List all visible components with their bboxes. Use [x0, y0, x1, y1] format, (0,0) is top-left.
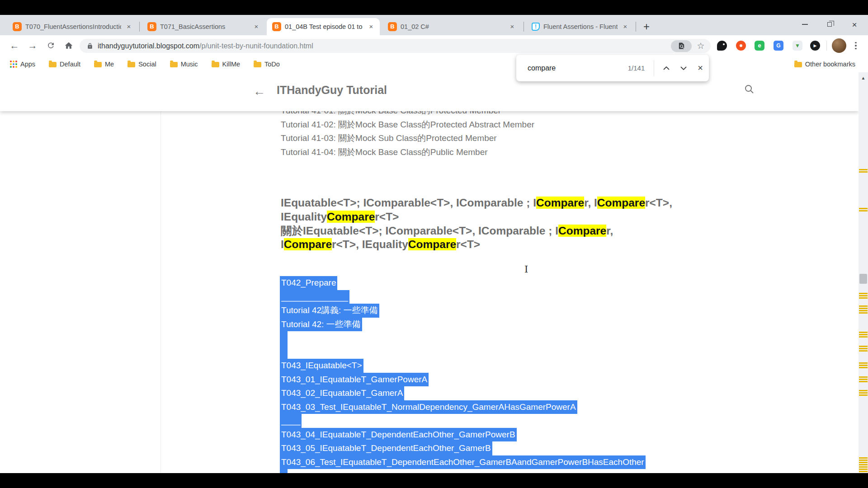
apps-grid-icon: [10, 61, 17, 68]
other-bookmarks[interactable]: Other bookmarks: [794, 56, 855, 72]
bookmark-folder-todo[interactable]: ToDo: [254, 61, 280, 68]
new-tab-button[interactable]: +: [640, 21, 653, 33]
window-minimize-button[interactable]: [794, 17, 815, 32]
green-down-arrow-icon: ▼: [793, 41, 802, 51]
tab-close-icon[interactable]: ×: [367, 23, 375, 31]
evernote-elephant-icon: e: [755, 41, 764, 51]
blogger-favicon: B: [13, 22, 22, 31]
page-title: ITHandyGuy Tutorial: [277, 84, 387, 97]
address-bar[interactable]: ithandyguytutorial.blogspot.com/p/unit-t…: [80, 39, 711, 53]
bookmark-folder-default[interactable]: Default: [49, 61, 80, 68]
tab-close-icon[interactable]: ×: [125, 23, 133, 31]
find-bar: 1/141 ×: [516, 55, 709, 81]
selected-line: Tutorial 42講義: 一些準備: [280, 304, 379, 318]
tab-01-02-csharp[interactable]: B 01_02 C# ×: [382, 18, 521, 35]
tab-title: T070_FluentAssertionsIntroductio: [25, 23, 121, 30]
window-close-button[interactable]: ×: [844, 17, 865, 32]
reload-icon[interactable]: [44, 39, 57, 52]
folder-icon: [170, 62, 178, 67]
tab-t071[interactable]: B T071_BasicAssertions ×: [142, 18, 265, 35]
extension-translate-icon[interactable]: G: [773, 40, 784, 52]
selected-line: T043_04_IEquatableT_DependentEachOther_G…: [280, 428, 517, 442]
letterbox-top: [0, 0, 868, 15]
screen: B T070_FluentAssertionsIntroductio × B T…: [0, 0, 868, 488]
tab-separator: [139, 22, 140, 32]
selected-line: Tutorial 42: 一些準備: [280, 318, 362, 332]
blogger-favicon: B: [272, 22, 281, 31]
window-restore-button[interactable]: [819, 17, 840, 32]
extension-fish-icon[interactable]: [716, 40, 728, 52]
restore-icon: [827, 22, 832, 27]
heading-line: IEquatable<T>; IComparable<T>, IComparab…: [281, 196, 672, 210]
selected-line: T043_05_IEquatableT_DependentEachOther_G…: [280, 441, 492, 455]
browser-menu-icon[interactable]: [852, 39, 860, 52]
minimize-icon: [802, 24, 808, 25]
bookmark-apps[interactable]: Apps: [10, 61, 35, 68]
bookmark-folder-music[interactable]: Music: [170, 61, 198, 68]
tab-fluent-assertions[interactable]: ! Fluent Assertions - Fluent Asserti ×: [526, 18, 634, 35]
back-icon[interactable]: ←: [8, 39, 21, 52]
find-input[interactable]: [528, 64, 618, 72]
tab-title: T071_BasicAssertions: [160, 23, 249, 30]
bookmark-folder-social[interactable]: Social: [127, 61, 156, 68]
extension-plane-icon[interactable]: ▶: [809, 40, 821, 52]
find-match-highlight: Compare: [558, 225, 606, 237]
tab-active-01-04b[interactable]: B 01_04B Test episode 01 to 04 ×: [267, 18, 380, 35]
selected-line: [280, 331, 288, 345]
url-domain: ithandyguytutorial.blogspot.com: [98, 42, 199, 50]
home-icon[interactable]: [62, 39, 75, 52]
heading-line: IEqualityComparer<T>: [281, 210, 672, 224]
find-next-button[interactable]: [675, 60, 692, 77]
heading-line: IComparer<T>, IEqualityComparer<T>: [281, 238, 672, 252]
bookmarks-bar: Apps Default Me Social Music: [0, 56, 868, 72]
url-text: ithandyguytutorial.blogspot.com/p/unit-t…: [98, 42, 671, 50]
find-bar-divider: [654, 60, 654, 76]
selected-line: T043_06_Test_IEquatableT_DependentEachOt…: [280, 455, 646, 469]
bookmark-star-icon[interactable]: ☆: [695, 41, 706, 51]
close-icon: ×: [852, 20, 857, 29]
bookmark-label: ToDo: [264, 61, 280, 68]
tab-close-icon[interactable]: ×: [508, 23, 516, 31]
tab-close-icon[interactable]: ×: [621, 23, 629, 31]
find-match-highlight: Compare: [284, 238, 332, 250]
profile-avatar[interactable]: [832, 38, 846, 53]
page-back-arrow-icon[interactable]: ←: [253, 84, 265, 99]
bookmark-folder-me[interactable]: Me: [94, 61, 114, 68]
bookmark-folder-killme[interactable]: KillMe: [212, 61, 240, 68]
section-heading: IEquatable<T>; IComparable<T>, IComparab…: [281, 196, 672, 252]
tab-title: Fluent Assertions - Fluent Asserti: [543, 23, 618, 30]
extension-evernote-icon[interactable]: e: [754, 40, 765, 52]
extension-orange-icon[interactable]: [735, 40, 747, 52]
tutorial-line: Tutorial 41-03: 關於Mock Sub Class的Protect…: [281, 131, 534, 145]
find-match-highlight: Compare: [536, 197, 584, 209]
lock-icon[interactable]: [87, 42, 93, 50]
google-translate-icon: G: [774, 41, 783, 51]
tab-close-icon[interactable]: ×: [252, 23, 260, 31]
find-close-button[interactable]: ×: [692, 60, 709, 77]
close-icon: ×: [698, 63, 703, 73]
find-in-page-indicator[interactable]: [671, 40, 692, 52]
bookmark-label: Default: [60, 61, 80, 68]
letterbox-bottom: [0, 473, 868, 488]
bookmark-label: Music: [181, 61, 198, 68]
page-search-icon[interactable]: [744, 84, 755, 94]
orange-ball-icon: [736, 41, 746, 51]
chevron-up-icon: [663, 66, 670, 70]
find-previous-button[interactable]: [658, 60, 675, 77]
tab-strip: B T070_FluentAssertionsIntroductio × B T…: [0, 15, 868, 35]
folder-icon: [127, 62, 135, 67]
page-scrollbar[interactable]: ▲: [859, 72, 868, 473]
folder-icon: [794, 62, 802, 67]
forward-icon[interactable]: →: [26, 39, 39, 52]
scrollbar-thumb[interactable]: [859, 274, 867, 284]
blog-sticky-header: ← ITHandyGuy Tutorial: [0, 72, 859, 111]
selected-line: T042_Prepare: [280, 276, 337, 290]
ibeam-text-cursor: [524, 264, 528, 275]
scrollbar-up-arrow-icon[interactable]: ▲: [859, 74, 868, 82]
extension-download-icon[interactable]: ▼: [792, 40, 803, 52]
tab-t070[interactable]: B T070_FluentAssertionsIntroductio ×: [7, 18, 137, 35]
tutorial-line: Tutorial 41-02: 關於Mock Base Class的Protec…: [281, 118, 534, 132]
url-path: /p/unit-test-by-nunit-foundation.html: [199, 42, 313, 50]
bookmark-label: KillMe: [222, 61, 240, 68]
tutorial-list: Tutorial 41-01: 關於Mock Base Class的Protec…: [281, 104, 534, 159]
